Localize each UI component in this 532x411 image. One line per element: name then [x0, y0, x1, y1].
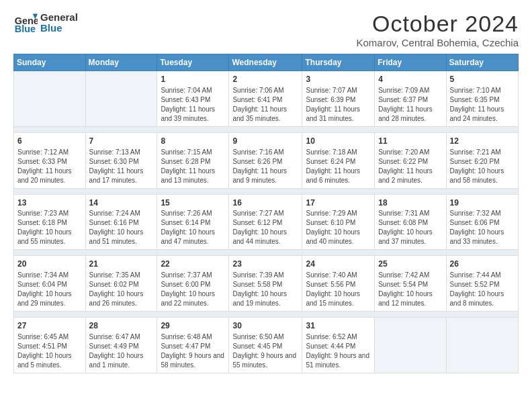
cell-info: Sunrise: 7:13 AM Sunset: 6:30 PM Dayligh… [89, 148, 154, 185]
calendar-cell: 19Sunrise: 7:32 AM Sunset: 6:06 PM Dayli… [446, 194, 518, 250]
cell-day-number: 27 [17, 320, 82, 332]
cell-info: Sunrise: 7:21 AM Sunset: 6:20 PM Dayligh… [450, 148, 515, 185]
calendar-cell: 2Sunrise: 7:06 AM Sunset: 6:41 PM Daylig… [229, 71, 302, 127]
cell-info: Sunrise: 6:47 AM Sunset: 4:49 PM Dayligh… [89, 332, 154, 370]
cell-day-number: 31 [306, 320, 371, 332]
day-header-friday: Friday [375, 54, 446, 71]
cell-info: Sunrise: 7:35 AM Sunset: 6:02 PM Dayligh… [89, 271, 154, 308]
logo-general: General [40, 12, 78, 24]
cell-day-number: 21 [89, 259, 154, 270]
calendar-cell: 17Sunrise: 7:29 AM Sunset: 6:10 PM Dayli… [302, 194, 375, 250]
cell-day-number: 18 [378, 197, 442, 209]
calendar-week-2: 6Sunrise: 7:12 AM Sunset: 6:33 PM Daylig… [14, 132, 519, 188]
cell-day-number: 3 [306, 74, 371, 85]
cell-info: Sunrise: 7:23 AM Sunset: 6:18 PM Dayligh… [17, 209, 82, 246]
cell-day-number: 25 [378, 259, 442, 270]
calendar-cell: 1Sunrise: 7:04 AM Sunset: 6:43 PM Daylig… [157, 71, 229, 127]
calendar-cell: 25Sunrise: 7:42 AM Sunset: 5:54 PM Dayli… [375, 256, 446, 312]
cell-info: Sunrise: 7:15 AM Sunset: 6:28 PM Dayligh… [161, 148, 225, 185]
cell-day-number: 20 [17, 259, 82, 270]
cell-day-number: 24 [306, 259, 371, 270]
calendar-cell: 24Sunrise: 7:40 AM Sunset: 5:56 PM Dayli… [302, 256, 375, 312]
location-title: Komarov, Central Bohemia, Czechia [357, 37, 519, 48]
cell-day-number: 22 [161, 259, 225, 270]
day-header-tuesday: Tuesday [157, 54, 229, 71]
calendar-cell [85, 71, 157, 127]
cell-info: Sunrise: 6:48 AM Sunset: 4:47 PM Dayligh… [161, 332, 225, 370]
divider-cell [14, 250, 519, 256]
week-divider [14, 126, 519, 132]
cell-day-number: 19 [450, 197, 515, 209]
week-divider [14, 250, 519, 256]
cell-info: Sunrise: 7:26 AM Sunset: 6:14 PM Dayligh… [161, 209, 225, 246]
day-header-saturday: Saturday [446, 54, 518, 71]
cell-day-number: 7 [89, 136, 154, 147]
cell-info: Sunrise: 7:29 AM Sunset: 6:10 PM Dayligh… [306, 209, 371, 246]
divider-cell [14, 126, 519, 132]
cell-day-number: 17 [306, 197, 371, 209]
calendar-cell: 8Sunrise: 7:15 AM Sunset: 6:28 PM Daylig… [157, 132, 229, 188]
calendar-cell: 3Sunrise: 7:07 AM Sunset: 6:39 PM Daylig… [302, 71, 375, 127]
cell-info: Sunrise: 7:10 AM Sunset: 6:35 PM Dayligh… [450, 86, 515, 124]
cell-info: Sunrise: 7:39 AM Sunset: 5:58 PM Dayligh… [232, 271, 298, 308]
day-header-monday: Monday [85, 54, 157, 71]
cell-info: Sunrise: 7:09 AM Sunset: 6:37 PM Dayligh… [378, 86, 442, 124]
cell-day-number: 28 [89, 320, 154, 332]
calendar-cell: 6Sunrise: 7:12 AM Sunset: 6:33 PM Daylig… [14, 132, 86, 188]
calendar-cell: 29Sunrise: 6:48 AM Sunset: 4:47 PM Dayli… [157, 318, 229, 373]
cell-info: Sunrise: 7:04 AM Sunset: 6:43 PM Dayligh… [161, 86, 225, 124]
calendar-week-4: 20Sunrise: 7:34 AM Sunset: 6:04 PM Dayli… [14, 256, 519, 312]
page: General Blue General Blue October 2024 K… [0, 0, 532, 411]
cell-day-number: 23 [232, 259, 298, 270]
calendar-cell: 7Sunrise: 7:13 AM Sunset: 6:30 PM Daylig… [85, 132, 157, 188]
calendar-cell: 4Sunrise: 7:09 AM Sunset: 6:37 PM Daylig… [375, 71, 446, 127]
cell-day-number: 11 [378, 136, 442, 147]
calendar-cell: 31Sunrise: 6:52 AM Sunset: 4:44 PM Dayli… [302, 318, 375, 373]
cell-info: Sunrise: 7:20 AM Sunset: 6:22 PM Dayligh… [378, 148, 442, 185]
cell-day-number: 26 [450, 259, 515, 270]
logo-icon: General Blue [13, 11, 38, 35]
cell-day-number: 2 [232, 74, 298, 85]
cell-info: Sunrise: 7:31 AM Sunset: 6:08 PM Dayligh… [378, 209, 442, 246]
cell-day-number: 16 [232, 197, 298, 209]
calendar-cell [14, 71, 86, 127]
calendar-cell: 14Sunrise: 7:24 AM Sunset: 6:16 PM Dayli… [85, 194, 157, 250]
cell-info: Sunrise: 7:12 AM Sunset: 6:33 PM Dayligh… [17, 148, 82, 185]
cell-day-number: 29 [161, 320, 225, 332]
calendar-cell [446, 318, 518, 373]
cell-info: Sunrise: 7:18 AM Sunset: 6:24 PM Dayligh… [306, 148, 371, 185]
title-area: October 2024 Komarov, Central Bohemia, C… [357, 11, 519, 48]
header: General Blue General Blue October 2024 K… [13, 11, 519, 48]
svg-text:Blue: Blue [15, 24, 36, 34]
cell-day-number: 14 [89, 197, 154, 209]
divider-cell [14, 312, 519, 318]
calendar-cell: 30Sunrise: 6:50 AM Sunset: 4:45 PM Dayli… [229, 318, 302, 373]
cell-info: Sunrise: 7:27 AM Sunset: 6:12 PM Dayligh… [232, 209, 298, 246]
cell-info: Sunrise: 7:34 AM Sunset: 6:04 PM Dayligh… [17, 271, 82, 308]
calendar-cell: 27Sunrise: 6:45 AM Sunset: 4:51 PM Dayli… [14, 318, 86, 373]
cell-info: Sunrise: 7:06 AM Sunset: 6:41 PM Dayligh… [232, 86, 298, 124]
cell-day-number: 13 [17, 197, 82, 209]
cell-day-number: 12 [450, 136, 515, 147]
calendar-cell: 22Sunrise: 7:37 AM Sunset: 6:00 PM Dayli… [157, 256, 229, 312]
logo-blue: Blue [40, 23, 78, 34]
cell-info: Sunrise: 7:40 AM Sunset: 5:56 PM Dayligh… [306, 271, 371, 308]
day-header-wednesday: Wednesday [229, 54, 302, 71]
calendar-header-row: SundayMondayTuesdayWednesdayThursdayFrid… [14, 54, 519, 71]
calendar-cell: 23Sunrise: 7:39 AM Sunset: 5:58 PM Dayli… [229, 256, 302, 312]
day-header-thursday: Thursday [302, 54, 375, 71]
calendar-cell: 10Sunrise: 7:18 AM Sunset: 6:24 PM Dayli… [302, 132, 375, 188]
calendar-cell: 28Sunrise: 6:47 AM Sunset: 4:49 PM Dayli… [85, 318, 157, 373]
calendar-cell: 15Sunrise: 7:26 AM Sunset: 6:14 PM Dayli… [157, 194, 229, 250]
week-divider [14, 188, 519, 194]
calendar-cell: 13Sunrise: 7:23 AM Sunset: 6:18 PM Dayli… [14, 194, 86, 250]
calendar-cell: 26Sunrise: 7:44 AM Sunset: 5:52 PM Dayli… [446, 256, 518, 312]
calendar-cell: 5Sunrise: 7:10 AM Sunset: 6:35 PM Daylig… [446, 71, 518, 127]
calendar-cell [375, 318, 446, 373]
cell-day-number: 4 [378, 74, 442, 85]
calendar-cell: 20Sunrise: 7:34 AM Sunset: 6:04 PM Dayli… [14, 256, 86, 312]
divider-cell [14, 188, 519, 194]
calendar-week-1: 1Sunrise: 7:04 AM Sunset: 6:43 PM Daylig… [14, 71, 519, 127]
calendar-cell: 12Sunrise: 7:21 AM Sunset: 6:20 PM Dayli… [446, 132, 518, 188]
cell-info: Sunrise: 7:07 AM Sunset: 6:39 PM Dayligh… [306, 86, 371, 124]
